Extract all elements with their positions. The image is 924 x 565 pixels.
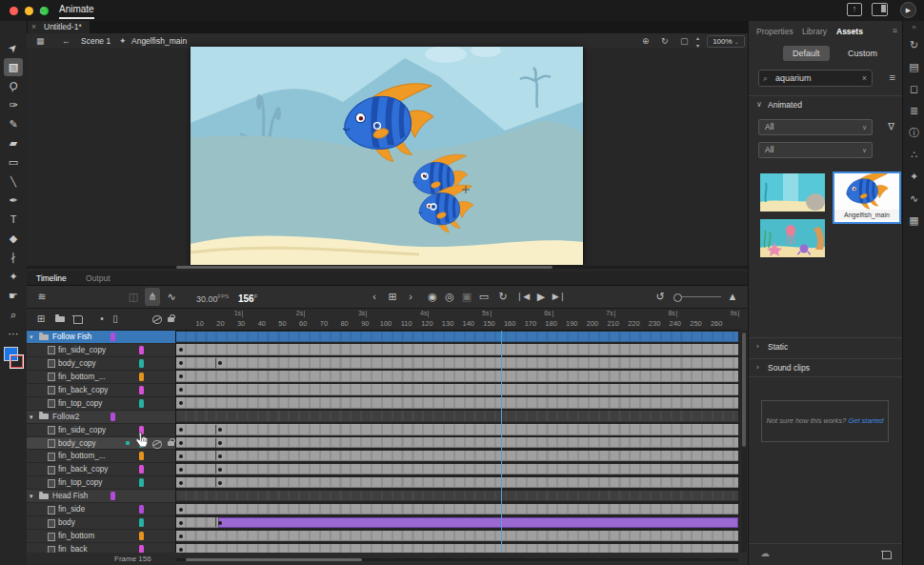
asset-thumb-angelfish[interactable]: Angelfish_main xyxy=(833,172,901,224)
layer-row-fin-bottom[interactable]: fin_bottom_... xyxy=(27,371,175,384)
timeline-horizontal-scrollbar[interactable] xyxy=(176,558,738,561)
parenting-chip[interactable] xyxy=(139,452,144,460)
cc-libraries-panel-icon[interactable]: ↻ xyxy=(903,34,924,56)
parenting-chip[interactable] xyxy=(139,346,144,354)
playhead[interactable] xyxy=(501,331,503,553)
filter-dropdown-1[interactable]: All∨ xyxy=(758,119,873,135)
new-layer-icon[interactable]: ⊞ xyxy=(34,309,48,330)
frame-row-fin-back-copy[interactable] xyxy=(176,463,740,476)
home-icon[interactable]: ⌂ xyxy=(39,3,46,16)
dock-collapse-icon[interactable]: » xyxy=(903,21,924,34)
share-icon[interactable]: ↑ xyxy=(847,3,862,16)
layer-row-fin-back-copy[interactable]: fin_back_copy xyxy=(27,384,175,397)
panel-menu-icon[interactable]: ≡ xyxy=(893,26,897,35)
rotation-icon[interactable]: ↻ xyxy=(661,33,669,49)
frame-row-follow2[interactable] xyxy=(176,411,740,424)
resize-timeline-view-icon[interactable]: ▲ xyxy=(725,286,740,308)
tab-assets[interactable]: Assets xyxy=(836,24,863,39)
delete-asset-icon[interactable] xyxy=(882,550,890,558)
layer-depth-icon[interactable]: ∿ xyxy=(164,286,179,308)
stage-horizontal-scrollbar[interactable] xyxy=(27,266,748,269)
tab-timeline[interactable]: Timeline xyxy=(36,272,67,285)
frame-row-body-copy[interactable] xyxy=(176,437,740,451)
parenting-chip[interactable] xyxy=(139,386,144,394)
layer-row-fin-top-copy[interactable]: fin_top_copy xyxy=(27,397,175,411)
parenting-chip[interactable] xyxy=(139,373,144,381)
motion-tween-span[interactable] xyxy=(218,517,738,528)
color-swatches[interactable] xyxy=(4,347,23,368)
highlight-layers-icon[interactable]: • xyxy=(97,309,107,330)
eraser-tool[interactable]: ▰ xyxy=(4,134,23,152)
fluid-brush-tool[interactable]: ✑ xyxy=(4,96,23,114)
parenting-chip[interactable] xyxy=(139,465,144,474)
layer-row-follow-fish[interactable]: ▾Follow Fish xyxy=(27,331,175,344)
zoom-level-dropdown[interactable]: 100% ⌄ xyxy=(707,35,745,48)
parenting-chip[interactable] xyxy=(139,545,144,553)
transform-panel-icon[interactable]: ◻ xyxy=(903,78,924,100)
workspace-icon[interactable] xyxy=(872,3,888,16)
pasteboard[interactable] xyxy=(27,49,748,272)
parenting-chip[interactable] xyxy=(139,505,144,514)
stroke-color-swatch[interactable] xyxy=(10,355,23,368)
search-input[interactable]: ⌕ aquarium × xyxy=(758,70,873,87)
layer-row-fin-back-copy[interactable]: fin_back_copy xyxy=(27,463,175,476)
rectangle-tool[interactable]: ▭ xyxy=(4,153,23,172)
layer-parenting-icon[interactable]: ⋔ xyxy=(145,288,160,306)
frame-row-fin-side-copy[interactable] xyxy=(176,424,740,437)
frame-row-fin-top-copy[interactable] xyxy=(176,476,740,490)
show-hide-all-icon[interactable] xyxy=(151,309,162,330)
step-forward-icon[interactable]: ▶❘ xyxy=(551,286,568,308)
layer-row-fin-top-copy[interactable]: fin_top_copy xyxy=(27,476,175,490)
layer-row-follow2[interactable]: ▾Follow2 xyxy=(27,411,175,424)
clip-content-icon[interactable]: ▢ xyxy=(680,33,689,49)
edit-multiple-frames-icon[interactable]: ▣ xyxy=(459,286,474,308)
frame-row-body[interactable] xyxy=(176,516,740,530)
folder-caret-icon[interactable]: ▾ xyxy=(30,331,33,343)
frame-row-fin-bottom[interactable] xyxy=(176,450,740,463)
filter-dropdown-2[interactable]: All∨ xyxy=(758,142,873,158)
more-tools-tool[interactable]: ⋯ xyxy=(4,325,23,343)
tab-output[interactable]: Output xyxy=(86,272,110,285)
layer-row-fin-side[interactable]: fin_side xyxy=(27,503,175,516)
span-based-selection-icon[interactable]: ▭ xyxy=(476,286,492,308)
section-animated[interactable]: ∨ Animated xyxy=(749,95,903,113)
parenting-chip[interactable] xyxy=(139,399,144,408)
close-window-button[interactable] xyxy=(10,7,18,15)
keyframe-dot[interactable] xyxy=(179,481,183,485)
keyframe-dot[interactable] xyxy=(179,548,183,552)
eyedropper-tool[interactable]: ∤ xyxy=(4,249,23,267)
zoom-stepper[interactable]: ▴▾ xyxy=(696,34,699,50)
reset-timeline-zoom-icon[interactable]: ↺ xyxy=(653,286,668,308)
frame-row-fin-top-copy[interactable] xyxy=(176,397,740,411)
close-document-icon[interactable]: × xyxy=(31,21,36,33)
subselection-tool[interactable]: ▧ xyxy=(4,58,23,76)
frame-row-fin-bottom[interactable] xyxy=(176,371,740,384)
layer-row-head-fish[interactable]: ▾Head Fish xyxy=(27,490,175,503)
custom-mode-button[interactable]: Custom xyxy=(838,46,887,61)
keyframe-dot[interactable] xyxy=(179,468,183,472)
paint-bucket-tool[interactable]: ◆ xyxy=(4,230,23,248)
lock-layer-icon[interactable] xyxy=(168,441,174,446)
folder-caret-icon[interactable]: ▾ xyxy=(30,411,33,423)
stage-canvas[interactable] xyxy=(191,47,583,265)
layer-row-body[interactable]: body xyxy=(27,516,175,530)
back-arrow-icon[interactable]: ← xyxy=(62,33,70,49)
text-tool[interactable]: T xyxy=(4,211,23,229)
info-panel-icon[interactable]: ⓘ xyxy=(903,122,924,144)
frame-picker-panel-icon[interactable]: ▤ xyxy=(903,56,924,78)
parenting-chip[interactable] xyxy=(139,532,144,540)
section-sound-clips[interactable]: › Sound clips xyxy=(749,358,903,377)
camera-icon[interactable]: ◫ xyxy=(126,286,141,308)
parenting-chip[interactable] xyxy=(110,413,115,421)
frame-row-head-fish[interactable] xyxy=(176,490,740,503)
fps-value[interactable]: 30.00FPS xyxy=(196,286,229,308)
frames-area[interactable] xyxy=(176,331,740,553)
parenting-chip[interactable] xyxy=(139,518,144,527)
timeline-zoom-slider[interactable] xyxy=(675,296,721,297)
frame-row-fin-side[interactable] xyxy=(176,503,740,516)
layer-row-body-copy[interactable]: body_copy xyxy=(27,437,175,451)
keyframe-dot[interactable] xyxy=(179,521,183,525)
frame-row-fin-back[interactable] xyxy=(176,543,740,553)
parenting-chip[interactable] xyxy=(139,478,144,487)
line-tool[interactable]: ╲ xyxy=(4,172,23,191)
